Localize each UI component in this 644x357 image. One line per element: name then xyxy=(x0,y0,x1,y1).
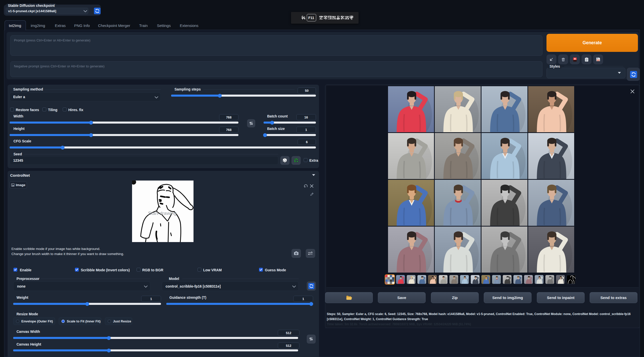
svg-text:Start drawing: Start drawing xyxy=(148,211,176,216)
